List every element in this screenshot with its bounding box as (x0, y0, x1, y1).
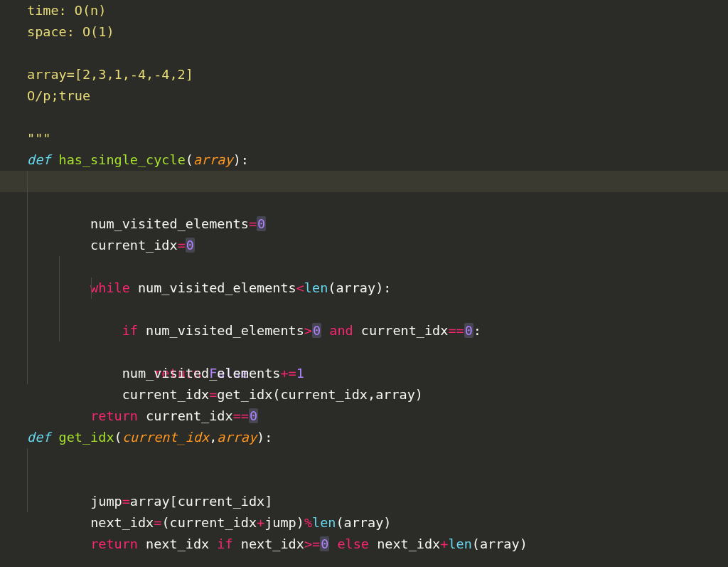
keyword-def: def (27, 430, 50, 445)
code-line: while num_visited_elements<len(array): (0, 235, 728, 256)
code-line (0, 107, 728, 128)
code-line: return next_idx if next_idx>=0 else next… (0, 491, 728, 512)
keyword-if: if (217, 536, 232, 551)
code-line (0, 406, 728, 427)
code-line (0, 341, 728, 363)
docstring-text: space: O(1) (27, 24, 114, 39)
code-line: current_idx=0 (0, 192, 728, 213)
code-line: space: O(1) (0, 21, 728, 43)
builtin: len (448, 536, 471, 551)
docstring-text: time: O(n) (27, 3, 106, 18)
param: array (217, 430, 257, 445)
keyword-else: else (337, 536, 369, 551)
function-name: has_single_cycle (50, 152, 185, 167)
code-line (0, 213, 728, 235)
docstring-text: O/p;true (27, 88, 90, 103)
paren: ): (233, 152, 249, 167)
function-name: get_idx (50, 430, 114, 445)
code-line (0, 384, 728, 406)
code-line: if num_visited_elements>0 and current_id… (0, 256, 728, 277)
code-line (0, 43, 728, 64)
code-line: next_idx=(current_idx+jump)%len(array) (0, 470, 728, 491)
number: 0 (320, 536, 329, 551)
code-line: O/p;true (0, 85, 728, 107)
param: current_idx (122, 430, 210, 445)
code-line: return current_idx==0 (0, 363, 728, 384)
keyword-def: def (27, 152, 50, 167)
param: array (193, 152, 233, 167)
code-line-highlighted: num_visited_elements=0 (0, 171, 728, 192)
code-line: current_idx=get_idx(current_idx,array) (0, 320, 728, 341)
code-line: return False (0, 277, 728, 299)
code-line: time: O(n) (0, 0, 728, 21)
code-line: def has_single_cycle(array): (0, 149, 728, 171)
paren: ( (186, 152, 193, 167)
docstring-text: array=[2,3,1,-4,-4,2] (27, 67, 193, 82)
code-line: jump=array[current_idx] (0, 448, 728, 470)
docstring-text: """ (27, 131, 50, 146)
builtin: len (312, 515, 336, 530)
code-line: array=[2,3,1,-4,-4,2] (0, 64, 728, 85)
code-editor[interactable]: time: O(n) space: O(1) array=[2,3,1,-4,-… (0, 0, 728, 512)
code-line: num_visited_elements+=1 (0, 299, 728, 320)
keyword-return: return (90, 536, 138, 551)
code-line: def get_idx(current_idx,array): (0, 427, 728, 448)
code-line: """ (0, 128, 728, 149)
